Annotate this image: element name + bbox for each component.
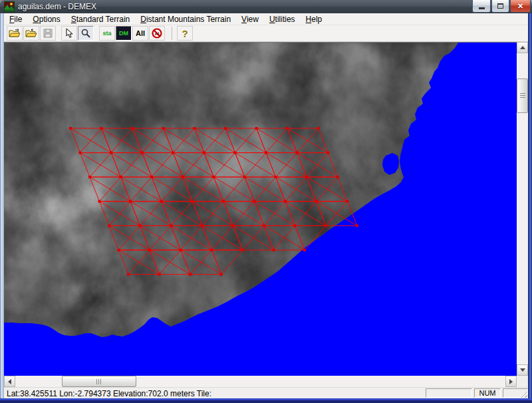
help-icon: ? [182,29,188,39]
vertical-scrollbar[interactable] [517,42,528,376]
menu-item-distant-mountains-terrain[interactable]: Distant Mountains Terrain [135,14,236,25]
menu-item-standard-terrain[interactable]: Standard Terrain [66,14,136,25]
window-frame-bottom [0,398,532,403]
window-frame-right [528,13,532,398]
minimize-icon [479,7,485,9]
distant-mountains-button[interactable]: DM [116,26,132,41]
open-project-button[interactable] [23,26,39,41]
window-title: aguilas.dem - DEMEX [18,2,96,11]
open-folder-alt-icon [25,29,37,38]
open-folder-icon [9,29,21,38]
horizontal-scrollbar[interactable] [4,376,517,387]
status-cell-caps [426,388,472,398]
standard-terrain-button[interactable]: sta [99,26,115,41]
menu-item-file[interactable]: File [4,14,27,25]
menu-item-help[interactable]: Help [301,14,328,25]
horizontal-scroll-thumb[interactable] [62,376,136,387]
save-floppy-icon [43,29,53,38]
scroll-up-button[interactable] [517,42,528,53]
toolbar: sta DM All Al ? [4,25,528,42]
scroll-down-button[interactable] [517,364,528,376]
coordinates-readout: Lat:38.425511 Lon:-2.794373 Elevation:70… [7,389,211,398]
thumb-grip [96,379,102,384]
minimize-button[interactable] [472,0,491,13]
maximize-icon [497,3,503,9]
map-viewport[interactable] [4,42,517,376]
save-button[interactable] [40,26,56,41]
dem-terrain-map [4,43,517,376]
thumb-grip [520,93,525,98]
status-cell-num: NUM [474,388,501,398]
title-bar[interactable]: aguilas.dem - DEMEX ✕ [0,0,532,13]
scroll-left-button[interactable] [4,376,15,387]
sta-label: sta [102,31,111,37]
dm-label: DM [119,31,128,37]
maximize-button[interactable] [491,0,509,13]
close-icon: ✕ [517,3,523,10]
app-window: aguilas.dem - DEMEX ✕ FileOptionsStandar… [0,0,532,403]
close-button[interactable]: ✕ [510,0,531,13]
cursor-arrow-icon [65,29,73,39]
scroll-right-button[interactable] [505,376,517,387]
menu-item-options[interactable]: Options [27,14,65,25]
menu-item-utilities[interactable]: Utilities [264,14,301,25]
open-file-button[interactable] [7,26,23,41]
magnifier-icon [81,29,90,38]
select-tool-button[interactable] [61,26,77,41]
scrollbar-corner [517,376,528,387]
arrow-right-icon [509,379,513,384]
prohibition-icon: Al [152,28,162,39]
arrow-left-icon [8,379,11,384]
show-none-button[interactable]: Al [149,26,165,41]
help-button[interactable]: ? [177,26,193,41]
app-icon [4,1,15,12]
zoom-tool-button[interactable] [78,26,94,41]
all-label: All [136,30,145,37]
status-bar: Lat:38.425511 Lon:-2.794373 Elevation:70… [4,387,528,398]
menu-bar: FileOptionsStandard TerrainDistant Mount… [4,13,528,25]
window-frame-left [0,13,4,398]
menu-item-view[interactable]: View [236,14,264,25]
vertical-scroll-thumb[interactable] [517,78,528,113]
show-all-button[interactable]: All [132,26,148,41]
arrow-down-icon [520,368,525,372]
arrow-up-icon [520,46,525,49]
